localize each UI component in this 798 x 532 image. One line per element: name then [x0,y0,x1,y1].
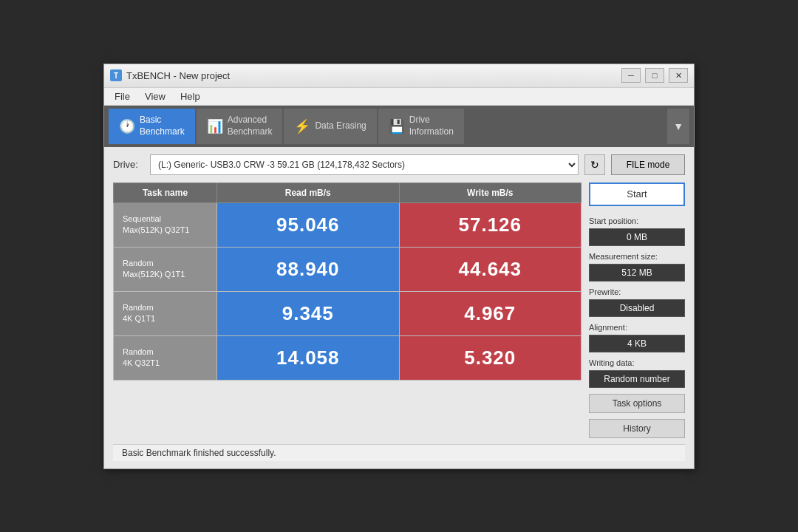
data-erasing-icon: ⚡ [294,118,310,134]
table-row: RandomMax(512K) Q1T1 88.940 44.643 [114,247,582,291]
col-read: Read mB/s [217,183,400,202]
menu-bar: File View Help [104,88,694,106]
menu-file[interactable]: File [109,89,136,103]
maximize-button[interactable]: □ [645,68,664,83]
row-3-label: Random4K Q32T1 [114,335,217,380]
file-mode-button[interactable]: FILE mode [611,154,685,175]
writing-data-label: Writing data: [589,358,685,367]
drive-info-icon: 💾 [389,118,405,134]
start-position-value: 0 MB [589,228,685,246]
advanced-benchmark-icon: 📊 [207,118,223,134]
tab-advanced-benchmark[interactable]: 📊 AdvancedBenchmark [197,109,283,144]
title-bar-left: T TxBENCH - New project [110,69,230,81]
row-3-write: 5.320 [399,335,582,380]
alignment-label: Alignment: [589,323,685,332]
tab-basic-benchmark[interactable]: 🕐 BasicBenchmark [109,109,195,144]
drive-refresh-button[interactable]: ↻ [584,154,605,175]
prewrite-label: Prewrite: [589,287,685,296]
menu-view[interactable]: View [139,89,171,103]
tab-drive-label: DriveInformation [409,115,454,137]
app-icon: T [110,69,122,81]
row-2-write: 4.967 [399,291,582,335]
menu-help[interactable]: Help [174,89,206,103]
minimize-button[interactable]: ─ [621,68,641,83]
table-row: Random4K Q1T1 9.345 4.967 [114,291,582,335]
toolbar: 🕐 BasicBenchmark 📊 AdvancedBenchmark ⚡ D… [104,106,694,147]
row-0-read: 95.046 [217,202,400,247]
row-1-label: RandomMax(512K) Q1T1 [114,247,217,291]
writing-data-value: Random number [589,370,685,388]
tab-data-erasing[interactable]: ⚡ Data Erasing [284,109,376,144]
start-button[interactable]: Start [589,183,685,206]
toolbar-dropdown[interactable]: ▼ [667,109,689,144]
main-window: T TxBENCH - New project ─ □ ✕ File View … [103,64,695,469]
content-area: Drive: (L:) Generic- USB3.0 CRW -3 59.21… [104,147,694,468]
tab-drive-information[interactable]: 💾 DriveInformation [378,109,464,144]
drive-row: Drive: (L:) Generic- USB3.0 CRW -3 59.21… [113,154,685,175]
row-3-read: 14.058 [217,335,400,380]
start-position-label: Start position: [589,216,685,225]
row-0-write: 57.126 [399,202,582,247]
main-area: Task name Read mB/s Write mB/s Sequentia… [113,183,685,438]
history-button[interactable]: History [589,419,685,438]
row-1-read: 88.940 [217,247,400,291]
table-area: Task name Read mB/s Write mB/s Sequentia… [113,183,582,438]
drive-label: Drive: [113,159,144,170]
basic-benchmark-icon: 🕐 [119,118,135,134]
window-title: TxBENCH - New project [126,70,230,81]
tab-basic-label: BasicBenchmark [140,115,185,137]
row-2-label: Random4K Q1T1 [114,291,217,335]
row-2-read: 9.345 [217,291,400,335]
task-options-button[interactable]: Task options [589,394,685,413]
measurement-size-value: 512 MB [589,264,685,282]
status-text: Basic Benchmark finished successfully. [122,448,276,458]
side-panel: Start Start position: 0 MB Measurement s… [589,183,685,438]
alignment-value: 4 KB [589,335,685,352]
prewrite-value: Disabled [589,299,685,317]
tab-erasing-label: Data Erasing [315,120,366,132]
title-bar: T TxBENCH - New project ─ □ ✕ [104,64,694,88]
table-row: SequentialMax(512K) Q32T1 95.046 57.126 [114,202,582,247]
table-row: Random4K Q32T1 14.058 5.320 [114,335,582,380]
col-task-name: Task name [114,183,217,202]
measurement-size-label: Measurement size: [589,252,685,261]
col-write: Write mB/s [399,183,582,202]
row-0-label: SequentialMax(512K) Q32T1 [114,202,217,247]
status-bar: Basic Benchmark finished successfully. [113,444,685,461]
tab-advanced-label: AdvancedBenchmark [228,115,273,137]
window-controls: ─ □ ✕ [621,68,688,83]
drive-select[interactable]: (L:) Generic- USB3.0 CRW -3 59.21 GB (12… [150,154,579,175]
close-button[interactable]: ✕ [669,68,688,83]
benchmark-table: Task name Read mB/s Write mB/s Sequentia… [113,183,582,381]
row-1-write: 44.643 [399,247,582,291]
